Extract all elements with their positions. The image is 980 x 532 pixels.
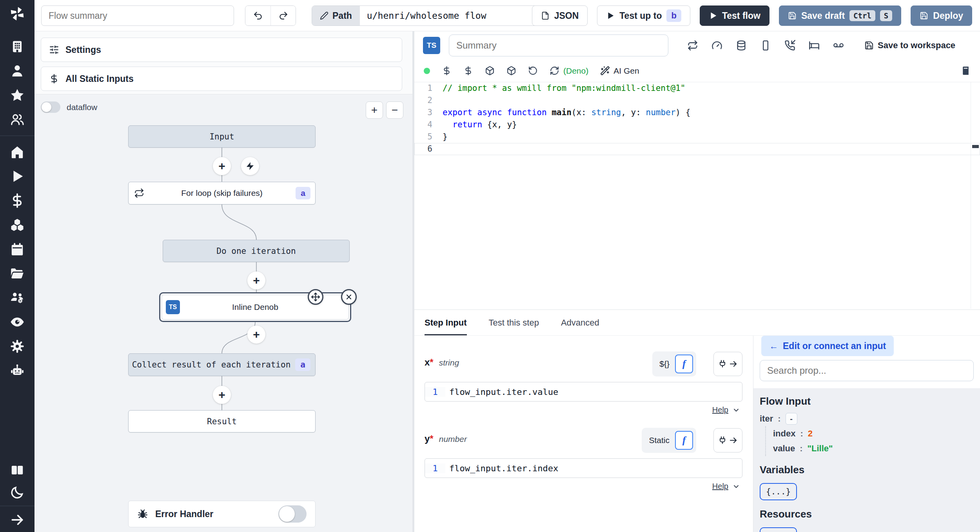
javascript-mode-button[interactable]: f	[675, 431, 693, 450]
resources-object-chip[interactable]: {...}	[760, 527, 797, 532]
tab-step-input[interactable]: Step Input	[425, 318, 467, 335]
add-step-button[interactable]: +	[247, 326, 265, 344]
step-tabs: Step Input Test this step Advanced	[414, 310, 980, 336]
package-icon[interactable]	[485, 66, 495, 76]
test-flow-button[interactable]: Test flow	[700, 5, 769, 26]
flow-node-input[interactable]: Input	[128, 125, 316, 148]
undo-redo-group	[245, 5, 296, 26]
javascript-mode-button[interactable]: f	[675, 355, 693, 373]
prop-row-value[interactable]: value : "Lille"	[773, 441, 980, 456]
arrow-left-icon: ←	[769, 341, 778, 351]
resource-dollar-icon[interactable]	[463, 66, 473, 76]
add-step-button[interactable]: +	[213, 386, 231, 404]
path-label[interactable]: Path	[312, 6, 360, 25]
tab-advanced[interactable]: Advanced	[561, 318, 599, 335]
settings-gear-icon[interactable]	[0, 334, 34, 358]
code-editor[interactable]: 1// import * as wmill from "npm:windmill…	[414, 82, 980, 309]
library-book-icon[interactable]	[961, 66, 971, 76]
suspend-phone-incoming-icon[interactable]	[784, 40, 795, 51]
static-mode-label[interactable]: Static	[649, 436, 670, 445]
move-node-handle[interactable]	[308, 289, 323, 305]
tab-test-this-step[interactable]: Test this step	[489, 318, 539, 335]
code-line[interactable]: 3export async function main(x: string, y…	[414, 107, 980, 119]
retries-repeat-icon[interactable]	[687, 40, 698, 51]
field-x-connect-button[interactable]	[713, 352, 742, 376]
path-input[interactable]	[360, 6, 558, 25]
prop-row-iter[interactable]: iter : -	[760, 411, 980, 426]
trigger-bolt-button[interactable]	[241, 157, 259, 175]
edit-or-connect-button[interactable]: ← Edit or connect an input	[761, 336, 894, 356]
collapse-icon[interactable]: -	[786, 413, 797, 425]
users-icon[interactable]	[0, 107, 34, 132]
undo-button[interactable]	[245, 6, 270, 25]
redo-button[interactable]	[270, 6, 296, 25]
add-step-button[interactable]: +	[213, 157, 231, 175]
moon-icon[interactable]	[0, 482, 34, 503]
field-y-mode-toggle[interactable]: Static f	[642, 428, 696, 453]
resources-cubes-icon[interactable]	[0, 213, 34, 237]
code-line[interactable]: 4 return {x, y}	[414, 119, 980, 131]
robot-icon[interactable]	[0, 358, 34, 383]
package-icon[interactable]	[506, 66, 516, 76]
sleep-bed-icon[interactable]	[809, 40, 820, 51]
field-y-expression-editor[interactable]: 1 flow_input.iter.index	[425, 458, 742, 478]
add-step-button[interactable]: +	[247, 271, 265, 290]
prop-row-index[interactable]: index : 2	[773, 426, 980, 441]
reset-rotate-ccw-icon[interactable]	[528, 66, 538, 76]
prop-search-input[interactable]	[760, 360, 974, 381]
flow-node-collect-result[interactable]: Collect result of each iteration a	[128, 353, 316, 376]
template-mode-label[interactable]: ${}	[659, 359, 670, 369]
play-icon[interactable]	[0, 164, 34, 188]
groups-gear-icon[interactable]	[0, 286, 34, 310]
reload-language-control[interactable]: (Deno)	[550, 66, 588, 76]
error-handler-toggle[interactable]	[278, 505, 307, 523]
save-to-workspace-button[interactable]: Save to workspace	[864, 40, 955, 51]
field-y-connect-button[interactable]	[713, 428, 742, 452]
cache-database-icon[interactable]	[736, 40, 747, 51]
folder-open-icon[interactable]	[0, 261, 34, 286]
home-icon[interactable]	[0, 140, 34, 164]
delete-node-button[interactable]	[341, 289, 357, 305]
user-icon[interactable]	[0, 59, 34, 83]
editor-scrollbar[interactable]	[971, 82, 980, 309]
flow-node-forloop[interactable]: For loop (skip failures) a	[128, 182, 316, 204]
ai-gen-button[interactable]: AI Gen	[600, 66, 639, 76]
chevron-down-icon[interactable]	[732, 406, 740, 414]
step-summary-input[interactable]	[449, 34, 668, 56]
language-label: (Deno)	[563, 66, 588, 76]
mock-smartphone-icon[interactable]	[760, 40, 771, 51]
field-x-mode-toggle[interactable]: ${} f	[652, 351, 696, 376]
variable-dollar-icon[interactable]	[442, 66, 452, 76]
all-static-inputs-button[interactable]: All Static Inputs	[41, 67, 402, 91]
play-icon	[709, 11, 717, 20]
flow-graph: dataflow + − Input + For loop (skip fail…	[34, 94, 412, 532]
dollar-icon[interactable]	[0, 188, 34, 213]
chevron-down-icon[interactable]	[732, 483, 740, 490]
concurrency-voicemail-icon[interactable]	[833, 40, 844, 51]
flow-summary-input[interactable]	[41, 5, 234, 26]
code-line[interactable]: 2	[414, 94, 980, 107]
flow-settings-button[interactable]: Settings	[41, 38, 402, 62]
code-line[interactable]: 5}	[414, 131, 980, 143]
docs-books-icon[interactable]	[0, 458, 34, 482]
save-draft-button[interactable]: Save draft Ctrl S	[779, 5, 901, 26]
code-line[interactable]: 6	[414, 143, 980, 155]
windmill-logo-icon[interactable]	[8, 5, 26, 23]
field-x-expression-editor[interactable]: 1 flow_input.iter.value	[425, 382, 742, 402]
field-y-help-link[interactable]: Help	[712, 482, 728, 491]
flow-node-do-one-iteration[interactable]: Do one iteration	[163, 240, 350, 262]
variables-object-chip[interactable]: {...}	[760, 483, 797, 500]
early-stop-gauge-icon[interactable]	[711, 40, 722, 51]
field-x-help-link[interactable]: Help	[712, 405, 728, 414]
code-line[interactable]: 1// import * as wmill from "npm:windmill…	[414, 82, 980, 94]
expand-sidebar-icon[interactable]	[0, 508, 34, 532]
json-button[interactable]: JSON	[532, 5, 588, 26]
deploy-button[interactable]: Deploy	[911, 5, 972, 26]
calendar-icon[interactable]	[0, 237, 34, 261]
star-icon[interactable]	[0, 83, 34, 107]
building-icon[interactable]	[0, 34, 34, 59]
test-up-to-button[interactable]: Test up to b	[597, 5, 690, 26]
eye-icon[interactable]	[0, 310, 34, 334]
step-id-badge: a	[295, 358, 310, 371]
flow-node-result[interactable]: Result	[128, 410, 316, 432]
